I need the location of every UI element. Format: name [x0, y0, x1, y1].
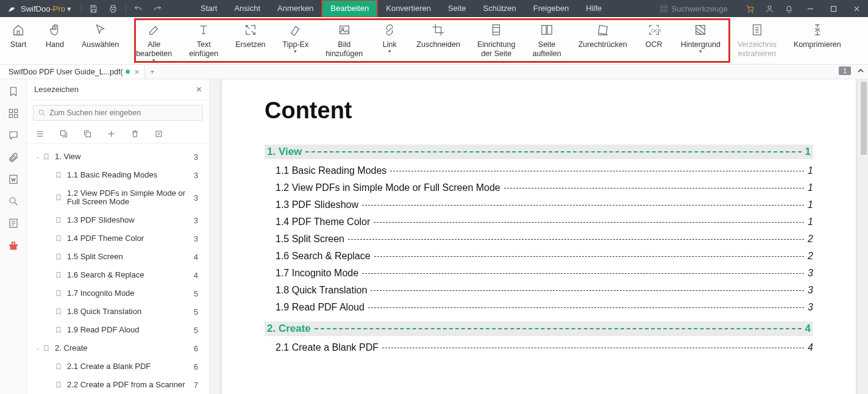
bm-menu-icon[interactable] [35, 129, 44, 140]
close-button[interactable] [845, 0, 868, 17]
ribbon-compress[interactable]: Komprimieren [785, 17, 850, 64]
document-tab[interactable]: SwifDoo PDF User Guide_L...pdf( × [0, 65, 145, 79]
add-tab-button[interactable]: + [145, 65, 160, 79]
tab-close-icon[interactable]: × [135, 68, 140, 76]
word-export-icon[interactable] [7, 173, 20, 185]
toc-section[interactable]: 1. View1 [265, 145, 813, 159]
minimize-button[interactable] [799, 0, 822, 17]
bookmarks-tree[interactable]: -1. View31.1 Basic Reading Modes31.2 Vie… [27, 144, 209, 394]
redo-icon[interactable] [148, 0, 168, 17]
print-icon[interactable] [104, 0, 123, 17]
menu-seite[interactable]: Seite [439, 0, 475, 17]
bell-icon[interactable] [779, 0, 799, 17]
page-setup-icon [489, 22, 503, 38]
ribbon-home[interactable]: Start [0, 17, 37, 64]
toc-entry[interactable]: 1.6 Search & Replace2 [265, 251, 813, 262]
insert-image-icon [338, 22, 351, 38]
cart-icon[interactable] [740, 0, 760, 17]
bookmark-item[interactable]: 2.2 Create a PDF from a Scanner7 [27, 376, 207, 394]
bookmark-item[interactable]: 1.1 Basic Reading Modes3 [27, 166, 207, 184]
bookmark-item[interactable]: 1.3 PDF Slideshow3 [27, 211, 207, 229]
ribbon-insert-text[interactable]: Text einfügen [180, 17, 227, 64]
user-icon[interactable] [760, 0, 779, 17]
form-icon[interactable] [7, 217, 20, 229]
bookmark-item[interactable]: 1.6 Search & Replace4 [27, 266, 207, 284]
bookmarks-panel: Lesezeichen × -1. View31.1 Basic Reading… [27, 79, 210, 394]
dropdown-icon: ▾ [152, 57, 155, 63]
ribbon-split-page[interactable]: Seite aufteilen [524, 17, 569, 64]
bookmark-panel-icon[interactable] [7, 85, 20, 98]
bookmarks-close-icon[interactable]: × [196, 84, 202, 95]
ribbon-page-setup[interactable]: Einrichtung der Seite [469, 17, 524, 64]
menu-start[interactable]: Start [192, 0, 226, 17]
search-panel-icon[interactable] [7, 195, 20, 207]
toc-entry[interactable]: 1.5 Split Screen2 [265, 234, 813, 245]
toc-entry[interactable]: 2.1 Create a Blank PDF4 [265, 342, 813, 353]
toc-entry[interactable]: 1.7 Incognito Mode3 [265, 268, 813, 279]
thumbnails-icon[interactable] [7, 107, 20, 120]
page-indicator[interactable]: 1 [839, 66, 851, 75]
bookmark-title: 1.8 Quick Translation [67, 307, 189, 316]
ribbon-insert-image[interactable]: Bild hinzufügen [317, 17, 371, 64]
bm-collapse-icon[interactable] [83, 129, 92, 140]
bookmark-item[interactable]: 1.8 Quick Translation5 [27, 303, 207, 321]
maximize-button[interactable] [822, 0, 845, 17]
menu-anmerken[interactable]: Anmerken [269, 0, 322, 17]
bookmark-item[interactable]: 1.2 View PDFs in Simple Mode or Full Scr… [27, 184, 207, 211]
ribbon-ocr[interactable]: OCROCR [636, 17, 672, 64]
menu-freigeben[interactable]: Freigeben [525, 0, 578, 17]
tree-toggle-icon[interactable]: - [33, 153, 43, 160]
bookmark-item[interactable]: 1.4 PDF Theme Color3 [27, 229, 207, 248]
bookmark-page: 3 [194, 216, 198, 225]
ribbon-edit-all[interactable]: Alle bearbeiten▾ [127, 17, 180, 64]
undo-icon[interactable] [129, 0, 148, 17]
toc-entry-title: 1.4 PDF Theme Color [276, 217, 370, 227]
menu-konvertieren[interactable]: Konvertieren [377, 0, 439, 17]
toc-section[interactable]: 2. Create4 [265, 321, 813, 336]
bookmark-item[interactable]: 1.5 Split Screen4 [27, 248, 207, 266]
ribbon-background[interactable]: Hintergrund▾ [672, 17, 729, 64]
ribbon-tippex[interactable]: Tipp-Ex▾ [274, 17, 318, 64]
bookmark-icon [55, 362, 63, 371]
vertical-scrollbar[interactable] [859, 79, 868, 394]
bookmark-item[interactable]: 2.1 Create a Blank PDF6 [27, 357, 207, 376]
app-menu-dropdown[interactable]: ▾ [65, 0, 74, 17]
toc-entry[interactable]: 1.2 View PDFs in Simple Mode or Full Scr… [265, 182, 813, 193]
ribbon-link[interactable]: Link▾ [371, 17, 408, 64]
ribbon-deskew[interactable]: Zurechtrücken [570, 17, 636, 64]
menu-hilfe[interactable]: Hilfe [577, 0, 610, 17]
menu-schützen[interactable]: Schützen [475, 0, 525, 17]
ribbon-extract-toc[interactable]: Verzeichnis extrahieren [729, 17, 785, 64]
collapse-ribbon-icon[interactable] [857, 67, 864, 76]
bm-clear-icon[interactable] [154, 129, 163, 140]
bm-add-icon[interactable] [107, 129, 116, 140]
toc-entry[interactable]: 1.4 PDF Theme Color1 [265, 217, 813, 227]
ribbon-hand[interactable]: Hand [37, 17, 73, 64]
menu-ansicht[interactable]: Ansicht [226, 0, 269, 17]
bookmark-item[interactable]: -1. View3 [27, 148, 207, 166]
attachments-icon[interactable] [7, 151, 20, 163]
bookmark-item[interactable]: 1.9 Read PDF Aloud5 [27, 321, 207, 339]
bookmark-item[interactable]: -2. Create6 [27, 339, 207, 357]
svg-rect-19 [9, 115, 12, 118]
toc-entry[interactable]: 1.9 Read PDF Aloud3 [265, 302, 813, 313]
search-tools[interactable]: Suchwerkzeuge [653, 4, 735, 13]
ribbon-replace[interactable]: Ersetzen [227, 17, 274, 64]
dropdown-icon: ▾ [699, 48, 702, 54]
bookmarks-search-input[interactable] [33, 105, 203, 121]
document-viewer[interactable]: Content 1. View11.1 Basic Reading Modes1… [210, 79, 868, 394]
gift-icon[interactable] [7, 239, 20, 251]
ribbon-crop[interactable]: Zuschneiden [408, 17, 469, 64]
bm-expand-icon[interactable] [59, 129, 68, 140]
save-icon[interactable] [84, 0, 104, 17]
bm-delete-icon[interactable] [130, 129, 140, 140]
toc-entry[interactable]: 1.8 Quick Translation3 [265, 285, 813, 296]
menu-bearbeiten[interactable]: Bearbeiten [322, 0, 377, 17]
ribbon-select[interactable]: Auswählen [73, 17, 127, 64]
toc-entry-title: 2.1 Create a Blank PDF [276, 342, 379, 353]
tree-toggle-icon[interactable]: - [33, 345, 43, 352]
comments-icon[interactable] [7, 129, 20, 141]
toc-entry[interactable]: 1.1 Basic Reading Modes1 [265, 165, 813, 176]
bookmark-item[interactable]: 1.7 Incognito Mode5 [27, 284, 207, 303]
toc-entry[interactable]: 1.3 PDF Slideshow1 [265, 199, 813, 210]
